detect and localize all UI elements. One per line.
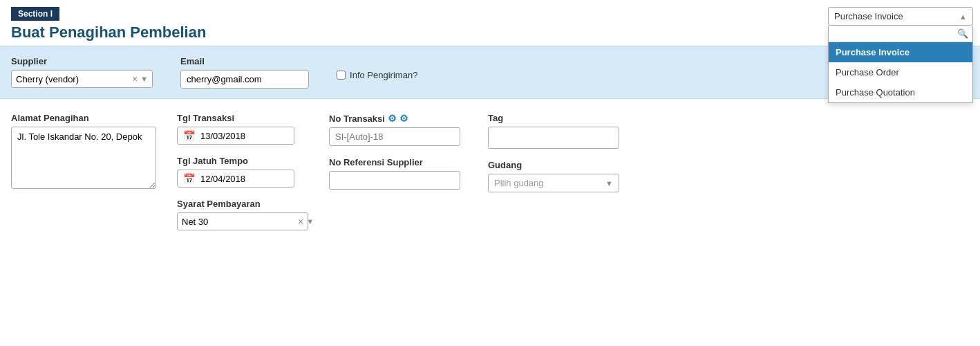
supplier-clear-icon[interactable]: ×: [132, 73, 138, 84]
chevron-up-icon: ▲: [959, 12, 967, 21]
no-transaksi-label: No Transaksi ⚙ ⚙: [329, 113, 467, 124]
type-selector-dropdown[interactable]: Purchase Invoice ▲ 🔍 Purchase Invoice Pu…: [828, 7, 973, 103]
tgl-transaksi-label: Tgl Transaksi: [177, 113, 308, 123]
tgl-transaksi-field: Tgl Transaksi 📅: [177, 113, 308, 145]
type-selector-panel: 🔍 Purchase Invoice Purchase Order Purcha…: [828, 26, 973, 103]
no-transaksi-input[interactable]: [329, 127, 460, 146]
supplier-field-group: Supplier × ▼: [11, 56, 153, 88]
syarat-pembayaran-field: Syarat Pembayaran × ▼: [177, 199, 308, 230]
supplier-label: Supplier: [11, 56, 153, 66]
no-referensi-input[interactable]: [329, 171, 460, 190]
syarat-pembayaran-label: Syarat Pembayaran: [177, 199, 308, 209]
col-dates: Tgl Transaksi 📅 Tgl Jatuh Tempo 📅 Syarat…: [177, 113, 308, 242]
dropdown-item-purchase-order[interactable]: Purchase Order: [829, 62, 972, 82]
alamat-label: Alamat Penagihan: [11, 113, 156, 123]
dropdown-item-purchase-quotation[interactable]: Purchase Quotation: [829, 82, 972, 102]
info-pengiriman-checkbox[interactable]: [337, 71, 346, 80]
gear-icon[interactable]: ⚙: [388, 113, 397, 124]
gudang-placeholder: Pilih gudang: [494, 178, 544, 188]
supplier-input-wrap[interactable]: × ▼: [11, 70, 153, 88]
gudang-label: Gudang: [488, 160, 626, 170]
section-badge: Section I: [11, 7, 59, 21]
gear-icon-2[interactable]: ⚙: [399, 113, 408, 124]
info-pengiriman-label: Info Pengiriman?: [350, 70, 417, 80]
gudang-field: Gudang Pilih gudang ▼: [488, 160, 626, 192]
alamat-field: Alamat Penagihan Jl. Tole Iskandar No. 2…: [11, 113, 156, 191]
tag-label: Tag: [488, 113, 626, 123]
main-form: Alamat Penagihan Jl. Tole Iskandar No. 2…: [0, 99, 980, 255]
tgl-jatuh-tempo-label: Tgl Jatuh Tempo: [177, 156, 308, 166]
info-pengiriman-group: Info Pengiriman?: [337, 70, 417, 80]
tag-input[interactable]: [488, 127, 619, 149]
gudang-select[interactable]: Pilih gudang ▼: [488, 174, 619, 192]
tgl-transaksi-input-wrap[interactable]: 📅: [177, 127, 294, 145]
no-transaksi-field: No Transaksi ⚙ ⚙: [329, 113, 467, 146]
supplier-dropdown-icon[interactable]: ▼: [140, 75, 148, 83]
dropdown-item-purchase-invoice[interactable]: Purchase Invoice: [829, 42, 972, 62]
tgl-jatuh-tempo-input-wrap[interactable]: 📅: [177, 170, 294, 188]
col-transaksi: No Transaksi ⚙ ⚙ No Referensi Supplier: [329, 113, 467, 242]
alamat-input[interactable]: Jl. Tole Iskandar No. 20, Depok: [11, 127, 156, 189]
dropdown-search-bar[interactable]: 🔍: [829, 26, 972, 42]
syarat-pembayaran-input[interactable]: [182, 217, 298, 227]
calendar-icon-2: 📅: [183, 173, 195, 184]
email-input[interactable]: [180, 70, 309, 89]
email-label: Email: [180, 56, 309, 66]
gudang-dropdown-icon[interactable]: ▼: [605, 179, 613, 188]
col-tag: Tag Gudang Pilih gudang ▼: [488, 113, 626, 242]
tag-field: Tag: [488, 113, 626, 149]
supplier-input[interactable]: [16, 74, 132, 84]
tgl-transaksi-input[interactable]: [200, 131, 276, 141]
header-area: Section I Buat Penagihan Pembelian Purch…: [0, 0, 980, 46]
type-selector-trigger[interactable]: Purchase Invoice ▲: [828, 7, 973, 26]
calendar-icon: 📅: [183, 130, 195, 141]
col-address: Alamat Penagihan Jl. Tole Iskandar No. 2…: [11, 113, 156, 242]
search-icon: 🔍: [957, 28, 968, 39]
syarat-dropdown-icon[interactable]: ▼: [306, 217, 314, 226]
syarat-clear-icon[interactable]: ×: [298, 216, 303, 227]
tgl-jatuh-tempo-field: Tgl Jatuh Tempo 📅: [177, 156, 308, 188]
dropdown-search-input[interactable]: [833, 28, 957, 39]
no-referensi-field: No Referensi Supplier: [329, 157, 467, 190]
page-title: Buat Penagihan Pembelian: [11, 24, 969, 42]
no-referensi-label: No Referensi Supplier: [329, 157, 467, 167]
tgl-jatuh-tempo-input[interactable]: [200, 174, 276, 184]
email-field-group: Email: [180, 56, 309, 89]
type-selector-value: Purchase Invoice: [834, 11, 903, 21]
syarat-pembayaran-wrap[interactable]: × ▼: [177, 212, 308, 230]
